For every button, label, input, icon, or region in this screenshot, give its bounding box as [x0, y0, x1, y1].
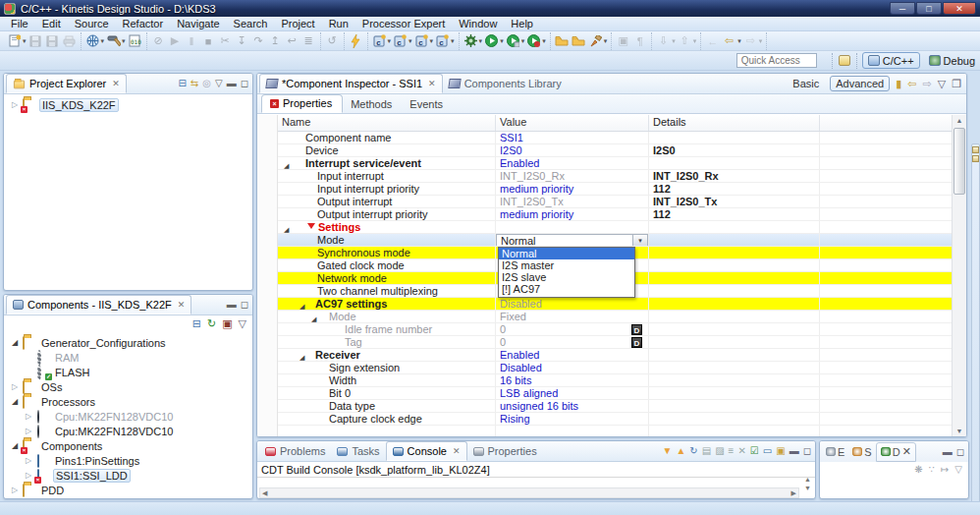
dropdown-arrow-icon[interactable]: ▾	[542, 37, 546, 45]
expand-icon[interactable]: ▷	[24, 412, 33, 421]
new-c-file-button[interactable]: c▾	[413, 32, 435, 49]
property-value[interactable]: Enabled	[500, 157, 539, 169]
property-value-cell[interactable]: I2S0	[496, 144, 649, 156]
dropdown-arrow-icon[interactable]: ▾	[479, 37, 483, 45]
profile-button[interactable]: ▾	[525, 32, 547, 49]
close-view-icon[interactable]: ✕	[112, 79, 120, 88]
dropdown-arrow-icon[interactable]: ▾	[604, 37, 608, 45]
dropdown-arrow-icon[interactable]: ▾	[451, 37, 455, 45]
debug-configurations-button[interactable]: ▾	[84, 32, 106, 49]
remove-launch-button[interactable]: ✕	[737, 444, 745, 458]
column-header-details[interactable]: Details	[649, 115, 820, 131]
minimized-tab-expressions[interactable]: E	[822, 442, 848, 462]
property-row-mode[interactable]: ◢ModeFixed	[278, 311, 952, 323]
dropdown-arrow-icon[interactable]: ▾	[122, 37, 126, 45]
menu-refactor[interactable]: Refactor	[116, 17, 171, 30]
subtab-events[interactable]: Events	[402, 96, 453, 113]
property-value[interactable]: INT_I2S0_Tx	[500, 196, 564, 207]
property-value[interactable]: Fixed	[500, 311, 526, 322]
property-value-cell[interactable]: Fixed	[496, 311, 649, 322]
property-row-ac97-settings[interactable]: ◢AC97 settingsDisabled	[278, 298, 952, 311]
tab-project-explorer[interactable]: Project Explorer ✕	[6, 74, 127, 93]
show-console-when-stdout-changes-button[interactable]: ▼	[662, 444, 672, 458]
property-value-cell[interactable]: Disabled	[496, 298, 649, 310]
instruction-stepping-button[interactable]: ≣	[300, 32, 317, 49]
property-value[interactable]: medium priority	[500, 183, 573, 195]
subtab-properties[interactable]: ×Properties	[261, 94, 343, 113]
scroll-up-icon[interactable]: ▲	[953, 115, 965, 126]
close-view-icon[interactable]: ✕	[902, 445, 911, 458]
tab-components-library[interactable]: Components Library	[443, 74, 568, 93]
property-row-settings[interactable]: ◢Settings	[278, 221, 952, 234]
perspective-debug[interactable]: Debug	[924, 52, 980, 69]
expand-icon[interactable]: ▷	[24, 427, 33, 435]
terminate-button[interactable]: ■	[200, 32, 217, 49]
save-all-button[interactable]	[44, 32, 61, 49]
component-item-components[interactable]: ◢×Components	[6, 438, 250, 453]
dropdown-option-i2s-master[interactable]: I2S master	[499, 259, 634, 271]
property-row-capture-clock-edge[interactable]: Capture clock edgeRising	[278, 413, 952, 426]
tab-components[interactable]: Components - IIS_KDS_K22F ✕	[6, 295, 191, 315]
link-with-editor-button[interactable]: ⇆	[191, 77, 198, 90]
dropdown-option-normal[interactable]: Normal	[499, 248, 634, 259]
new-connection-button[interactable]: c▾	[371, 32, 393, 49]
word-wrap-button[interactable]: ▤	[702, 444, 711, 458]
property-value[interactable]: LSB aligned	[500, 387, 558, 399]
subtab-methods[interactable]: Methods	[343, 96, 402, 113]
tab-properties[interactable]: Properties	[467, 441, 543, 461]
property-row-idle-frame-number[interactable]: Idle frame number0D	[278, 323, 952, 336]
dropdown-arrow-icon[interactable]: ▾	[23, 37, 27, 45]
minimized-tab-debug[interactable]: D✕	[876, 442, 916, 462]
property-row-component-name[interactable]: Component nameSSI1	[278, 132, 952, 144]
expand-icon[interactable]: ▷	[10, 100, 20, 109]
console-vertical-scrollbar[interactable]: ▲▼	[801, 476, 814, 491]
maximize-view-button[interactable]: ◻	[956, 445, 964, 459]
launch-console-button[interactable]: ☑	[750, 444, 759, 458]
disconnect-button[interactable]: ✂	[217, 32, 234, 49]
dropdown-arrow-icon[interactable]: ▾	[408, 37, 412, 45]
collapse-icon[interactable]: ◢	[284, 224, 289, 233]
run-history-button[interactable]: ▾	[505, 32, 526, 49]
step-over-button[interactable]: ↷	[250, 32, 267, 49]
new-class-button[interactable]: c▾	[434, 32, 456, 49]
pin-console-button[interactable]: ≡	[729, 444, 735, 458]
mode-combobox[interactable]: Normal▾	[496, 234, 648, 246]
forward-button[interactable]: ⇨	[922, 78, 931, 90]
save-button[interactable]	[27, 32, 44, 49]
collapse-all-button[interactable]: ⊟	[178, 77, 186, 90]
property-row-mode[interactable]: ModeNormal▾	[278, 234, 952, 247]
combobox-arrow-icon[interactable]: ▾	[632, 235, 647, 246]
dropdown-option--ac97[interactable]: [!] AC97	[499, 283, 634, 295]
dropdown-arrow-icon[interactable]: ▾	[759, 37, 763, 45]
view-menu-button[interactable]: ▽	[239, 317, 246, 330]
restart-button[interactable]: ↺	[324, 32, 341, 49]
component-item-ssi1-ssi-ldd[interactable]: ▷×SSI1:SSI_LDD	[6, 468, 250, 483]
project-item-iis-kds-k22f[interactable]: ▷×IIS_KDS_K22F	[6, 97, 250, 112]
dropdown-arrow-icon[interactable]: ▾	[500, 37, 504, 45]
component-item-ram[interactable]: RAM	[6, 350, 250, 365]
minimize-view-button[interactable]: ▬	[227, 77, 237, 90]
menu-processor-expert[interactable]: Processor Expert	[355, 17, 452, 30]
property-value[interactable]: Disabled	[500, 298, 542, 310]
menu-source[interactable]: Source	[68, 17, 116, 30]
open-folder-button[interactable]	[571, 32, 587, 49]
maximize-view-button[interactable]: ◻	[803, 444, 811, 458]
previous-annotation-button[interactable]: ⇧▾	[677, 32, 698, 49]
suspend-button[interactable]: ‖	[184, 32, 200, 49]
menu-edit[interactable]: Edit	[35, 17, 68, 30]
property-value[interactable]: SSI1	[500, 132, 523, 143]
tab-tasks[interactable]: Tasks	[331, 441, 385, 461]
package-button[interactable]: ▣	[222, 317, 232, 330]
drop-to-frame-button[interactable]: ↩	[284, 32, 300, 49]
scrollbar-thumb[interactable]	[953, 128, 965, 195]
property-value[interactable]: Rising	[500, 413, 530, 425]
back-button[interactable]: ⇦	[907, 78, 916, 90]
open-console-button[interactable]: ▣	[776, 444, 785, 458]
mark-occurrences-button[interactable]: ▣	[615, 32, 631, 49]
focus-button[interactable]: ◎	[202, 77, 211, 90]
property-value[interactable]: 0	[500, 323, 506, 335]
minimize-view-button[interactable]: ▬	[943, 445, 953, 459]
clear-console-button[interactable]: ▨	[715, 444, 724, 458]
property-value-cell[interactable]: SSI1	[496, 132, 649, 143]
component-item-cpu-mk22fn128vdc10[interactable]: ▷Cpu:MK22FN128VDC10	[6, 424, 250, 438]
